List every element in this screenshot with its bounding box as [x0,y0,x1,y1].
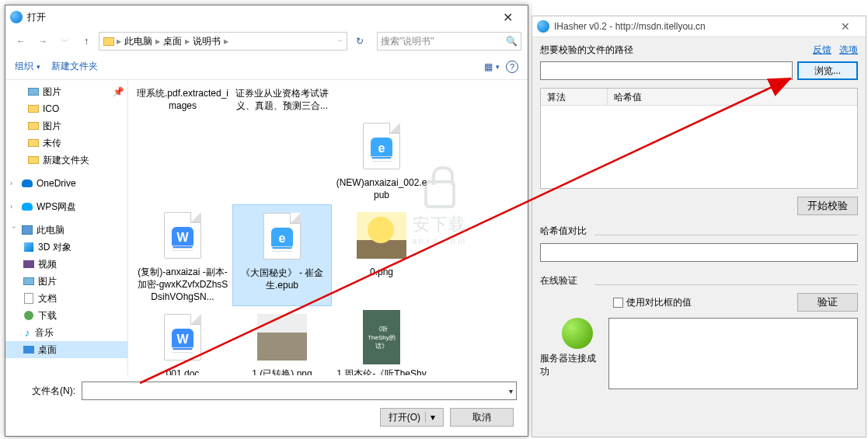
file-item-selected[interactable]: e《大国秘史》 - 崔金生.epub [232,204,332,306]
compare-label: 哈希值对比 [540,225,858,238]
image-thumbnail [357,212,406,259]
file-list[interactable]: 理系统.pdf.extracted_images 证券业从业资格考试讲义、真题、… [128,80,528,375]
sidebar-item-ico[interactable]: ICO [10,100,127,117]
folder-icon [103,37,114,46]
help-icon[interactable]: ? [506,61,518,73]
hasher-close-icon[interactable]: ✕ [830,17,861,36]
sidebar-item-onedrive[interactable]: ›OneDrive [5,175,127,192]
sidebar-item-pictures3[interactable]: 图片 [5,273,127,290]
titlebar: 打开 ✕ [5,5,528,29]
start-button[interactable]: 开始校验 [797,197,858,215]
dialog-footer: 文件名(N): ▾ 打开(O) 取消 [5,375,528,433]
path-input[interactable] [540,61,793,80]
compare-input[interactable] [540,243,858,262]
status-orb-icon [562,318,593,349]
filename-label: 文件名(N): [16,385,75,398]
browse-button[interactable]: 浏览... [797,61,858,80]
file-item[interactable]: 《听TheShy的话》1 周杰伦-《听TheShy的话》.flv [332,306,431,375]
online-label: 在线验证 [540,274,858,287]
search-input[interactable]: 搜索"说明书" 🔍 [377,32,521,51]
toolbar: 组织 ▾ 新建文件夹 ▦ ▾ ? [5,54,528,80]
sidebar[interactable]: 图片📌 ICO 图片 未传 新建文件夹 ›OneDrive ›WPS网盘 ›此电… [5,80,128,375]
file-item[interactable]: e(NEW)anxaizai_002.epub [332,115,431,204]
crumb-2[interactable]: 说明书 [191,35,222,48]
sidebar-item-newfolder[interactable]: 新建文件夹 [10,152,127,169]
app-icon [10,11,23,23]
feedback-link[interactable]: 反馈 [813,44,831,57]
breadcrumb-dropdown-icon[interactable]: ﹀ [337,37,343,46]
result-box[interactable] [608,318,858,389]
hasher-titlebar: IHasher v0.2 - http://msdn.itellyou.cn ✕ [532,16,866,37]
chevron-down-icon[interactable]: ▾ [509,387,513,395]
nav-back-icon[interactable]: ← [12,32,30,51]
file-item[interactable]: W001.doc [133,306,232,375]
organize-button[interactable]: 组织 [15,60,33,73]
crumb-1[interactable]: 桌面 [162,35,183,48]
sidebar-item-3d[interactable]: 3D 对象 [5,239,127,256]
nav-recent-icon[interactable]: ﹀ [55,32,74,51]
crumb-0[interactable]: 此电脑 [123,35,154,48]
sidebar-item-wps[interactable]: ›WPS网盘 [5,198,127,215]
music-icon: ♪ [23,327,32,338]
sidebar-item-pictures[interactable]: 图片📌 [10,83,127,100]
filename-input[interactable]: ▾ [82,382,517,400]
dialog-title: 打开 [27,11,46,24]
pin-icon: 📌 [113,86,124,97]
sidebar-item-thispc[interactable]: ›此电脑 [5,221,127,239]
col-hash[interactable]: 哈希值 [608,89,857,105]
close-icon[interactable]: ✕ [492,6,523,28]
verify-button[interactable]: 验证 [797,293,858,312]
refresh-icon[interactable]: ↻ [350,33,369,50]
sidebar-item-docs[interactable]: 文档 [5,290,127,307]
hasher-window: IHasher v0.2 - http://msdn.itellyou.cn ✕… [532,16,866,437]
image-thumbnail [257,314,307,361]
open-button[interactable]: 打开(O) [380,408,444,427]
use-compare-checkbox[interactable]: 使用对比框的值 [613,296,692,309]
breadcrumb[interactable]: ▶ 此电脑 ▶ 桌面 ▶ 说明书 ▶ ﹀ [99,32,347,51]
sidebar-item-downloads[interactable]: 下载 [5,307,127,324]
checkbox-icon [613,298,623,308]
col-algorithm[interactable]: 算法 [541,89,608,105]
search-icon: 🔍 [506,36,518,47]
search-placeholder: 搜索"说明书" [381,35,434,48]
file-item[interactable]: 理系统.pdf.extracted_images [133,85,232,115]
cancel-button[interactable]: 取消 [450,408,514,427]
hash-table[interactable]: 算法 哈希值 [540,88,858,189]
nav-up-icon[interactable]: ↑ [77,32,96,51]
sidebar-item-music[interactable]: ♪音乐 [5,324,127,341]
server-status: 服务器连接成功 [540,352,601,378]
sidebar-item-untransferred[interactable]: 未传 [10,134,127,152]
options-link[interactable]: 选项 [839,44,858,57]
file-item[interactable]: 0.png [332,204,431,306]
hasher-title: IHasher v0.2 - http://msdn.itellyou.cn [554,21,706,32]
sidebar-item-pictures2[interactable]: 图片 [10,117,127,134]
nav-forward-icon: → [33,32,52,51]
view-icon[interactable]: ▦ [480,59,496,75]
sidebar-item-video[interactable]: 视频 [5,256,127,273]
path-label: 想要校验的文件的路径 [540,44,633,57]
navbar: ← → ﹀ ↑ ▶ 此电脑 ▶ 桌面 ▶ 说明书 ▶ ﹀ ↻ 搜索"说明书" 🔍 [5,29,528,54]
file-item[interactable]: 证券业从业资格考试讲义、真题、预测三合... [232,85,332,115]
file-item[interactable]: W(复制)-anxaizai -副本-加密-gwxKZvfxDZhsSDsihV… [133,204,232,306]
sidebar-item-desktop[interactable]: 桌面 [5,341,127,358]
file-item[interactable]: 1 (已转换).png [232,306,332,375]
open-dialog: 打开 ✕ ← → ﹀ ↑ ▶ 此电脑 ▶ 桌面 ▶ 说明书 ▶ ﹀ ↻ 搜索"说… [5,5,528,437]
hasher-app-icon [537,20,549,33]
video-thumbnail: 《听TheShy的话》 [363,310,400,364]
new-folder-button[interactable]: 新建文件夹 [51,60,98,73]
